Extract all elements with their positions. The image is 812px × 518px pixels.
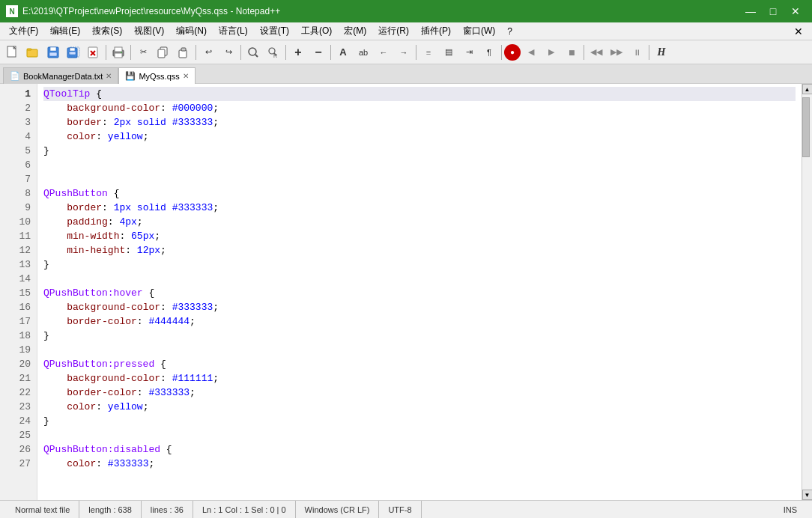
zoom-out-button[interactable]: − (309, 43, 328, 62)
open-button[interactable] (23, 43, 43, 62)
menu-language[interactable]: 语言(L) (213, 22, 254, 40)
menu-search[interactable]: 搜索(S) (86, 22, 128, 40)
code-line-12: min-height: 12px; (43, 243, 796, 258)
replace-button[interactable]: R (264, 43, 283, 62)
close-button[interactable]: ✕ (785, 2, 806, 20)
maximize-button[interactable]: □ (763, 2, 784, 20)
tab-myqss-label: MyQss.qss (139, 72, 179, 81)
undo-button[interactable]: ↩ (199, 43, 218, 62)
toolbar-btn-j[interactable]: ◀ (521, 43, 541, 62)
code-line-18: } (43, 329, 796, 343)
toolbar-btn-p[interactable]: H (652, 43, 671, 62)
line-num-10: 10 (0, 215, 31, 229)
toolbar-btn-c[interactable]: ← (374, 43, 393, 62)
titlebar-controls[interactable]: — □ ✕ (740, 2, 806, 20)
scrollbar-vertical[interactable]: ▲ ▼ (802, 84, 812, 500)
menu-tools[interactable]: 工具(O) (295, 22, 338, 40)
save-button[interactable] (43, 43, 63, 62)
sep-5 (285, 45, 286, 60)
code-line-10: padding: 4px; (43, 215, 796, 229)
copy-button[interactable] (154, 43, 173, 62)
toolbar-btn-g[interactable]: ⇥ (459, 43, 479, 62)
svg-rect-6 (49, 52, 57, 56)
line-num-23: 23 (0, 400, 31, 414)
toolbar-btn-i[interactable]: ● (504, 44, 521, 61)
scroll-down-arrow[interactable]: ▼ (802, 490, 813, 500)
find-button[interactable] (243, 43, 263, 62)
sep-6 (330, 45, 331, 60)
toolbar-btn-f[interactable]: ▤ (439, 43, 458, 62)
menu-edit[interactable]: 编辑(E) (44, 22, 86, 40)
new-button[interactable] (3, 43, 22, 62)
status-line-endings: Windows (CR LF) (296, 501, 380, 518)
minimize-button[interactable]: — (740, 2, 761, 20)
code-line-9: border: 1px solid #333333; (43, 201, 796, 215)
menu-run[interactable]: 运行(R) (372, 22, 415, 40)
menu-plugins[interactable]: 插件(P) (415, 22, 457, 40)
code-line-1: QToolTip { (43, 87, 796, 101)
toolbar-btn-o[interactable]: ⏸ (627, 43, 646, 62)
cut-button[interactable]: ✂ (133, 43, 153, 62)
save-all-button[interactable] (64, 43, 83, 62)
status-filetype: Normal text file (6, 501, 79, 518)
status-length-label: length : 638 (88, 505, 132, 514)
toolbar-btn-e[interactable]: ≡ (419, 43, 438, 62)
zoom-in-button[interactable]: + (288, 43, 308, 62)
menu-macro[interactable]: 宏(M) (338, 22, 372, 40)
line-num-2: 2 (0, 101, 31, 115)
svg-line-23 (255, 55, 258, 57)
toolbar-btn-b[interactable]: ab (354, 43, 373, 62)
tab-myqss-close[interactable]: ✕ (183, 72, 189, 80)
toolbar-btn-n[interactable]: ▶▶ (607, 43, 626, 62)
close-file-button[interactable] (84, 43, 103, 62)
toolbar-btn-a[interactable]: A (333, 43, 353, 62)
toolbar-btn-k[interactable]: ▶ (542, 43, 561, 62)
tab-myqss-icon: 💾 (125, 71, 136, 81)
code-line-24: } (43, 414, 796, 428)
status-encoding-label: UTF-8 (388, 505, 411, 514)
line-num-9: 9 (0, 201, 31, 215)
scroll-thumb[interactable] (802, 97, 810, 157)
tab-myqss[interactable]: 💾 MyQss.qss ✕ (118, 67, 195, 84)
line-num-12: 12 (0, 243, 31, 258)
code-line-27: color: #333333; (43, 457, 796, 471)
svg-rect-9 (69, 52, 76, 55)
tabs-bar: 📄 BookManagerData.txt ✕ 💾 MyQss.qss ✕ (0, 64, 812, 84)
line-num-14: 14 (0, 272, 31, 286)
tab-bookmanager-icon: 📄 (10, 71, 20, 81)
paste-button[interactable] (174, 43, 193, 62)
print-button[interactable] (109, 43, 128, 62)
titlebar: N E:\2019\QTProject\newProject\resource\… (0, 0, 812, 22)
redo-button[interactable]: ↪ (219, 43, 238, 62)
tab-bookmanager[interactable]: 📄 BookManagerData.txt ✕ (3, 67, 118, 84)
menu-settings[interactable]: 设置(T) (254, 22, 295, 40)
scroll-track[interactable] (802, 94, 812, 490)
toolbar-btn-h[interactable]: ¶ (479, 43, 499, 62)
line-num-20: 20 (0, 357, 31, 371)
menu-file[interactable]: 文件(F) (3, 22, 44, 40)
svg-point-17 (121, 52, 122, 53)
code-line-20: QPushButton:pressed { (43, 357, 796, 371)
menubar-close-btn[interactable]: ✕ (788, 24, 809, 39)
toolbar-btn-l[interactable]: ⏹ (562, 43, 581, 62)
sep-7 (416, 45, 416, 60)
line-num-18: 18 (0, 329, 31, 343)
toolbar-btn-m[interactable]: ◀◀ (587, 43, 606, 62)
line-numbers: 1 2 3 4 5 6 7 8 9 10 11 12 13 14 15 16 1… (0, 84, 37, 500)
line-num-19: 19 (0, 343, 31, 357)
code-line-3: border: 2px solid #333333; (43, 115, 796, 130)
menu-encode[interactable]: 编码(N) (170, 22, 213, 40)
tab-bookmanager-close[interactable]: ✕ (106, 72, 112, 80)
menu-window[interactable]: 窗口(W) (457, 22, 501, 40)
status-position: Ln : 1 Col : 1 Sel : 0 | 0 (193, 501, 296, 518)
toolbar-btn-d[interactable]: → (394, 43, 413, 62)
menu-view[interactable]: 视图(V) (128, 22, 170, 40)
editor-area: 1 2 3 4 5 6 7 8 9 10 11 12 13 14 15 16 1… (0, 84, 812, 500)
svg-rect-3 (27, 49, 31, 50)
scroll-up-arrow[interactable]: ▲ (802, 84, 813, 94)
menu-help[interactable]: ? (501, 22, 518, 40)
svg-rect-19 (158, 49, 165, 58)
code-line-22: border-color: #333333; (43, 386, 796, 400)
status-encoding: UTF-8 (379, 501, 421, 518)
code-editor[interactable]: QToolTip { background-color: #000000; bo… (37, 84, 802, 500)
